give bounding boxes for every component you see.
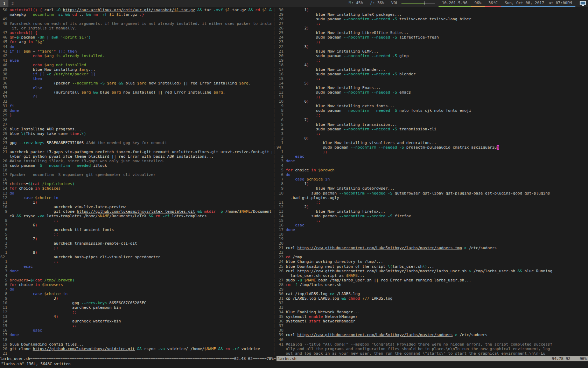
- code-token: \(: [21, 131, 26, 136]
- workspace-button-2[interactable]: 2: [8, 0, 17, 7]
- code-token: 3: [286, 45, 307, 49]
- separator-glyph: |: [272, 35, 276, 40]
- display-icon[interactable]: [580, 1, 586, 6]
- code-line: 28: [0, 118, 272, 122]
- line-number: 10: [0, 205, 7, 209]
- volume-label: VOL: [391, 1, 398, 5]
- line-number: 22: [276, 45, 284, 49]
- vim-window-left[interactable]: 50aurinstall() { curl -O https://aur.arc…: [0, 8, 272, 356]
- code-token: is already installed.: [54, 54, 105, 58]
- code-line: 7 6): [0, 223, 272, 227]
- code-token: https://github.com/lukesmithxyz/voidrice…: [33, 347, 135, 351]
- workspace-button-1[interactable]: 1: [0, 0, 8, 7]
- code-line: 43if [[ $qm = *"$arg"* ]]; then: [0, 49, 272, 54]
- volume-thumb-handle[interactable]: [425, 1, 425, 5]
- line-number: 13: [276, 86, 284, 90]
- line-number: 21: [276, 246, 284, 250]
- code-token: [286, 113, 316, 117]
- line-number: 17: [0, 333, 7, 337]
- code-token: sudo pacman: [286, 72, 344, 76]
- separator-glyph: |: [272, 282, 276, 287]
- line-number: 10: [276, 99, 284, 104]
- code-token: /LARBS.log: [335, 292, 360, 296]
- code-token: for: [9, 186, 16, 191]
- code-token: 7: [286, 118, 307, 122]
- code-line: 9 blue Now installing extra fonts...: [276, 104, 588, 108]
- code-token: [9, 323, 72, 328]
- line-number: 23: [276, 255, 284, 259]
- code-token: /usr/bin/packer: [54, 72, 88, 76]
- code-token: [98, 12, 100, 17]
- code-token: $arg: [42, 49, 51, 54]
- code-token: aurcheck ttf-ancient-fonts: [9, 227, 114, 232]
- code-token: -S: [392, 127, 397, 131]
- code-token: ..: [77, 12, 86, 17]
- code-token: /etc/sudoers: [467, 246, 497, 250]
- line-number: 24: [276, 35, 284, 40]
- code-token: [42, 278, 44, 282]
- code-token: ully and all the programs and configurat…: [286, 347, 550, 351]
- code-line: 44do: [0, 45, 272, 49]
- battery-module[interactable]: 96%: [471, 0, 485, 7]
- line-number: 11: [276, 200, 284, 205]
- code-line: 36systemctl start NetworkManager: [276, 319, 588, 323]
- code-token: blue Now installing Firefox...: [286, 209, 385, 214]
- line-number: 34: [276, 310, 284, 314]
- line-number: 6: [276, 118, 284, 122]
- code-token: [37, 72, 40, 76]
- code-token: git clone: [9, 209, 77, 214]
- disk-module[interactable]: /: 36%: [366, 0, 388, 7]
- code-line: 49: [0, 17, 272, 21]
- code-token: ;;: [316, 200, 321, 205]
- code-token: else: [9, 58, 19, 63]
- code-line: 9 git clone https://github.com/lukesmith…: [0, 209, 272, 214]
- separator-glyph: |: [272, 186, 276, 191]
- separator-glyph: |: [272, 301, 276, 305]
- code-token: not installed: [54, 63, 86, 67]
- separator-glyph: |: [272, 250, 276, 255]
- separator-glyph: |: [272, 150, 276, 154]
- code-token: ...: [358, 273, 365, 278]
- code-token: rsync: [142, 347, 158, 351]
- code-token: ): [307, 45, 309, 49]
- line-number: 29: [276, 287, 284, 292]
- code-token: --noconfirm: [28, 12, 54, 17]
- line-number: 17: [276, 67, 284, 72]
- ip-module[interactable]: 10.201.5.96: [439, 0, 471, 7]
- datetime-module[interactable]: Sun, Oct 08, 2017 at 07:00PM: [501, 0, 575, 7]
- memory-module[interactable]: M: 45%: [345, 0, 367, 7]
- separator-glyph: |: [272, 99, 276, 104]
- line-number: 27: [276, 21, 284, 26]
- separator-glyph: |: [272, 58, 276, 63]
- code-token: ;;: [316, 218, 321, 223]
- code-token: 2: [286, 26, 307, 30]
- separator-glyph: |: [272, 351, 276, 356]
- code-token: arg: [16, 40, 28, 44]
- code-line: 36 (packer --noconfirm -S $arg && blue $…: [0, 81, 272, 86]
- code-line: 12 case $choice in: [0, 196, 272, 200]
- line-number: 3: [0, 269, 7, 273]
- code-line: 13 4): [0, 314, 272, 319]
- line-number: 4: [0, 237, 7, 241]
- code-line: 14for choice in $choices: [0, 186, 272, 191]
- volume-slider[interactable]: [401, 3, 435, 4]
- volume-module[interactable]: VOL: [388, 0, 439, 7]
- line-number: 21: [0, 351, 7, 356]
- temperature-module[interactable]: 36°C: [485, 0, 501, 7]
- code-line: 4 7): [0, 237, 272, 241]
- code-token: [216, 347, 218, 351]
- separator-glyph: |: [272, 347, 276, 351]
- line-number: 3: [276, 159, 284, 163]
- line-number: 11: [276, 95, 284, 99]
- line-number: 17: [276, 227, 284, 232]
- vim-window-right[interactable]: 30 1)29 blue Now installing LaTeX packag…: [276, 8, 588, 356]
- code-token: echo: [33, 63, 42, 67]
- line-number: 1: [276, 150, 284, 154]
- code-token: ...: [89, 67, 96, 72]
- code-token: aurcheck waterfox-bin: [9, 319, 121, 323]
- line-number: 9: [0, 209, 7, 214]
- code-token: chmod: [348, 296, 360, 301]
- code-token: echo: [33, 54, 42, 58]
- code-token: case: [33, 292, 42, 296]
- statusline-left-fill: ========================================…: [30, 356, 234, 361]
